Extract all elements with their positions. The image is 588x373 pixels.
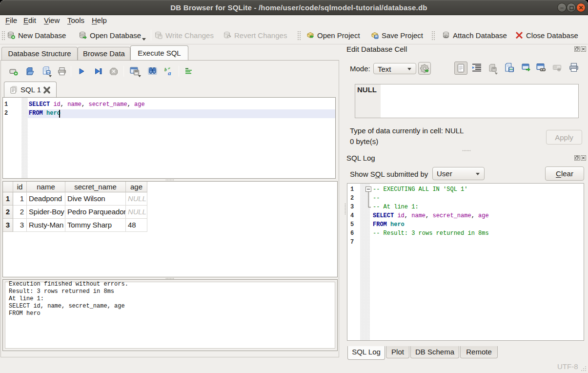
- svg-text:b: b: [164, 67, 167, 72]
- svg-text:a: a: [168, 69, 171, 76]
